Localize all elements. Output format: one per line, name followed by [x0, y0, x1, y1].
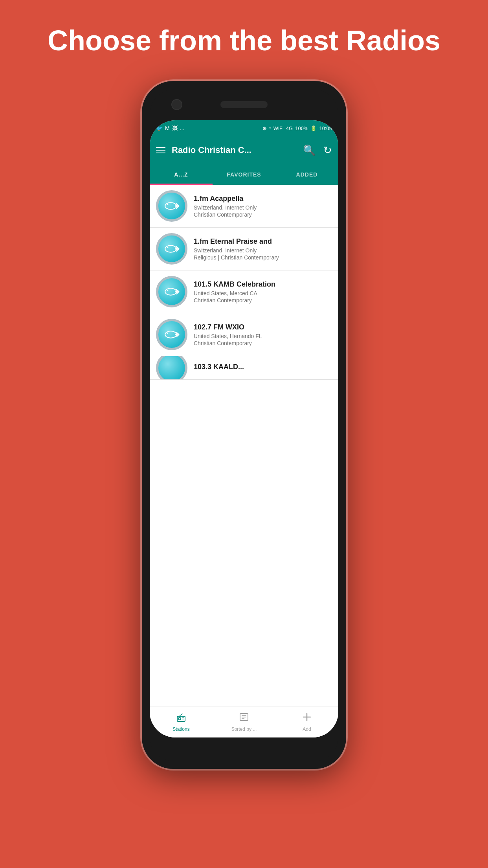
station-info: 102.7 FM WXIO United States, Hernando FL…: [194, 323, 332, 346]
station-country: United States, Merced CA: [194, 290, 332, 296]
tab-added[interactable]: ADDED: [275, 164, 338, 185]
status-left-icons: 🐦 M 🖼 ...: [156, 125, 184, 131]
nav-stations[interactable]: Stations: [150, 712, 213, 732]
fish-icon: [164, 329, 180, 340]
battery-percent: 100%: [295, 125, 308, 131]
station-name: 102.7 FM WXIO: [194, 323, 332, 331]
hero-title: Choose from the best Radios: [24, 24, 464, 57]
twitter-icon: 🐦: [156, 125, 163, 131]
station-genre: Christian Contemporary: [194, 211, 332, 218]
time: 10:09: [319, 125, 332, 131]
phone-bottom-decoration: [150, 737, 338, 761]
phone-mockup: 🐦 M 🖼 ... ⊕ * WiFi 4G 100% 🔋 10:09: [142, 81, 346, 769]
station-item[interactable]: 103.3 KAALD...: [150, 356, 338, 380]
station-logo: [156, 276, 187, 307]
station-genre: Christian Contemporary: [194, 340, 332, 346]
station-name: 101.5 KAMB Celebration: [194, 280, 332, 289]
bottom-navigation: Stations Sorted by ...: [150, 706, 338, 737]
nav-sorted[interactable]: Sorted by ...: [213, 712, 275, 732]
phone-speaker: [220, 101, 268, 108]
station-country: Switzerland, Internet Only: [194, 247, 332, 254]
station-item[interactable]: 1.fm Acappella Switzerland, Internet Onl…: [150, 185, 338, 228]
svg-point-6: [165, 331, 176, 338]
station-info: 1.fm Eternal Praise and Switzerland, Int…: [194, 237, 332, 261]
svg-point-4: [165, 289, 176, 296]
station-item[interactable]: 102.7 FM WXIO United States, Hernando FL…: [150, 313, 338, 356]
signal-icon: 4G: [286, 125, 293, 131]
nav-add[interactable]: Add: [275, 712, 338, 732]
station-info: 1.fm Acappella Switzerland, Internet Onl…: [194, 195, 332, 218]
sortedby-icon: [239, 712, 249, 725]
station-info: 101.5 KAMB Celebration United States, Me…: [194, 280, 332, 303]
station-name: 103.3 KAALD...: [194, 363, 332, 371]
tab-az[interactable]: A...Z: [150, 164, 213, 185]
phone-top-decoration: [150, 89, 338, 120]
station-genre: Religious | Christian Contemporary: [194, 254, 332, 261]
svg-point-5: [167, 290, 168, 291]
svg-point-7: [167, 333, 168, 334]
station-country: United States, Hernando FL: [194, 333, 332, 339]
app-bar-actions: 🔍 ↻: [303, 144, 332, 156]
tabs-bar: A...Z FAVORITES ADDED: [150, 164, 338, 185]
station-name: 1.fm Acappella: [194, 195, 332, 203]
alarm-icon: ⊕: [262, 125, 267, 131]
add-label: Add: [303, 726, 311, 732]
gmail-icon: M: [165, 125, 170, 131]
station-info: 103.3 KAALD...: [194, 363, 332, 373]
station-logo: [156, 356, 187, 380]
fish-icon: [164, 200, 180, 211]
station-logo: [156, 319, 187, 350]
app-title: Radio Christian C...: [172, 145, 297, 155]
station-genre: Christian Contemporary: [194, 297, 332, 303]
menu-button[interactable]: [156, 147, 165, 153]
svg-point-2: [165, 246, 176, 253]
tab-favorites[interactable]: FAVORITES: [213, 164, 275, 185]
svg-point-1: [167, 204, 168, 205]
photo-icon: 🖼: [172, 125, 178, 131]
station-logo: [156, 190, 187, 222]
svg-point-0: [165, 203, 176, 210]
fish-icon: [164, 286, 180, 297]
fish-icon: [164, 243, 180, 254]
phone-screen: 🐦 M 🖼 ... ⊕ * WiFi 4G 100% 🔋 10:09: [150, 120, 338, 737]
sorted-label: Sorted by ...: [231, 726, 257, 732]
phone-camera: [171, 99, 182, 110]
stations-label: Stations: [172, 726, 189, 732]
station-country: Switzerland, Internet Only: [194, 204, 332, 211]
station-item[interactable]: 1.fm Eternal Praise and Switzerland, Int…: [150, 228, 338, 270]
search-button[interactable]: 🔍: [303, 144, 316, 156]
station-list: 1.fm Acappella Switzerland, Internet Onl…: [150, 185, 338, 706]
battery-icon: 🔋: [310, 125, 317, 131]
status-right: ⊕ * WiFi 4G 100% 🔋 10:09: [262, 125, 332, 131]
add-icon: [302, 712, 312, 725]
bluetooth-icon: *: [269, 125, 271, 131]
stations-icon: [176, 712, 186, 725]
station-logo: [156, 233, 187, 265]
refresh-button[interactable]: ↻: [323, 144, 332, 156]
more-icon: ...: [180, 125, 185, 131]
svg-point-9: [178, 717, 181, 720]
status-bar: 🐦 M 🖼 ... ⊕ * WiFi 4G 100% 🔋 10:09: [150, 120, 338, 136]
svg-point-3: [167, 247, 168, 248]
station-name: 1.fm Eternal Praise and: [194, 237, 332, 246]
wifi-icon: WiFi: [273, 125, 284, 131]
station-item[interactable]: 101.5 KAMB Celebration United States, Me…: [150, 270, 338, 313]
app-bar: Radio Christian C... 🔍 ↻: [150, 136, 338, 164]
